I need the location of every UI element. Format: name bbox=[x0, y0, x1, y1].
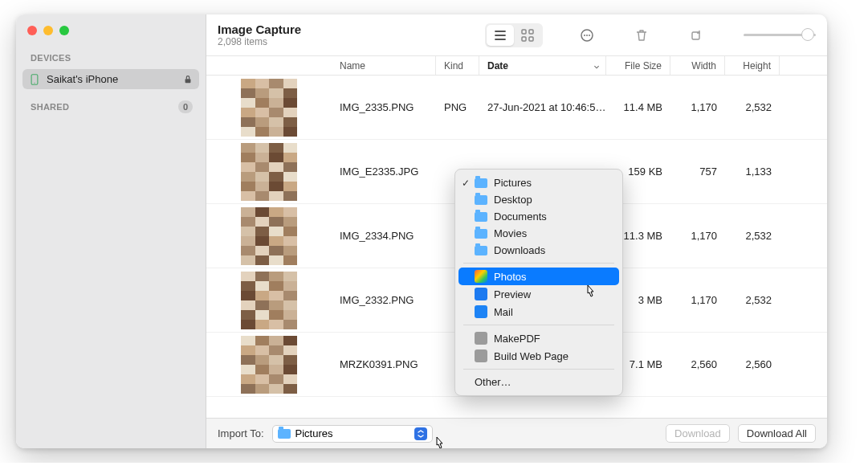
close-icon[interactable] bbox=[27, 26, 37, 35]
cell-height: 2,532 bbox=[725, 294, 780, 306]
svg-point-8 bbox=[584, 35, 585, 36]
shared-section-label: SHARED bbox=[31, 102, 69, 112]
cell-width: 1,170 bbox=[670, 101, 725, 113]
table-row[interactable]: IMG_2335.PNG PNG 27-Jun-2021 at 10:46:5…… bbox=[206, 76, 827, 140]
import-to-label: Import To: bbox=[218, 427, 264, 439]
download-all-button[interactable]: Download All bbox=[738, 424, 816, 443]
svg-rect-5 bbox=[522, 37, 526, 41]
thumbnail bbox=[241, 272, 297, 329]
cell-name: IMG_E2335.JPG bbox=[332, 165, 436, 178]
cell-name: IMG_2335.PNG bbox=[332, 101, 436, 113]
cell-name: IMG_2332.PNG bbox=[332, 294, 436, 306]
cell-date: 27-Jun-2021 at 10:46:5… bbox=[479, 101, 606, 113]
device-name: Saikat's iPhone bbox=[47, 73, 118, 85]
cell-height: 2,532 bbox=[725, 230, 780, 242]
cell-size: 11.4 MB bbox=[606, 101, 670, 113]
svg-rect-2 bbox=[185, 79, 191, 83]
col-size[interactable]: File Size bbox=[606, 56, 670, 75]
col-name[interactable]: Name bbox=[332, 56, 436, 75]
cell-height: 2,560 bbox=[725, 358, 780, 370]
folder-icon bbox=[475, 212, 487, 222]
col-date[interactable]: Date⌵ bbox=[479, 56, 606, 75]
sidebar: DEVICES Saikat's iPhone SHARED 0 bbox=[16, 14, 206, 448]
menu-item-makepdf[interactable]: MakePDF bbox=[455, 329, 622, 347]
svg-point-1 bbox=[34, 82, 35, 83]
rotate-icon bbox=[689, 28, 703, 43]
automator-icon bbox=[475, 332, 487, 345]
select-stepper-icon bbox=[414, 427, 427, 440]
col-height[interactable]: Height bbox=[725, 56, 780, 75]
item-count: 2,098 items bbox=[218, 36, 301, 47]
sidebar-device-item[interactable]: Saikat's iPhone bbox=[22, 69, 199, 89]
menu-item-buildwebpage[interactable]: Build Web Page bbox=[455, 347, 622, 365]
cell-name: IMG_2334.PNG bbox=[332, 230, 436, 242]
view-mode-segment bbox=[485, 23, 543, 47]
menu-item-desktop[interactable]: Desktop bbox=[455, 191, 622, 208]
rotate-button[interactable] bbox=[686, 25, 707, 46]
app-title: Image Capture bbox=[218, 22, 301, 36]
menu-item-other[interactable]: Other… bbox=[455, 374, 622, 390]
folder-icon bbox=[475, 246, 487, 255]
thumbnail bbox=[241, 207, 297, 265]
thumbnail bbox=[241, 143, 297, 201]
list-icon bbox=[493, 28, 507, 43]
menu-item-movies[interactable]: Movies bbox=[455, 225, 622, 242]
list-view-button[interactable] bbox=[487, 25, 514, 46]
svg-rect-6 bbox=[529, 37, 533, 41]
svg-rect-3 bbox=[522, 30, 526, 34]
automator-icon bbox=[475, 349, 487, 362]
app-window: DEVICES Saikat's iPhone SHARED 0 Image C… bbox=[16, 14, 827, 448]
menu-item-mail[interactable]: Mail bbox=[455, 303, 622, 321]
phone-icon bbox=[29, 74, 40, 85]
cell-width: 757 bbox=[670, 165, 725, 178]
download-button[interactable]: Download bbox=[666, 424, 730, 443]
col-width[interactable]: Width bbox=[670, 56, 725, 75]
table-header: Name Kind Date⌵ File Size Width Height bbox=[206, 56, 827, 76]
import-destination-select[interactable]: Pictures bbox=[272, 425, 433, 443]
grid-view-button[interactable] bbox=[514, 25, 541, 46]
minimize-icon[interactable] bbox=[43, 26, 53, 35]
menu-item-downloads[interactable]: Downloads bbox=[455, 242, 622, 259]
menu-item-documents[interactable]: Documents bbox=[455, 208, 622, 225]
slider-thumb[interactable] bbox=[801, 28, 814, 41]
cell-kind: PNG bbox=[436, 101, 479, 113]
zoom-icon[interactable] bbox=[59, 26, 69, 35]
trash-icon bbox=[634, 28, 649, 43]
bottom-bar: Import To: Pictures Download Download Al… bbox=[206, 418, 827, 448]
cell-width: 1,170 bbox=[670, 294, 725, 306]
more-icon bbox=[580, 28, 594, 43]
col-kind[interactable]: Kind bbox=[436, 56, 479, 75]
chevron-down-icon: ⌵ bbox=[594, 61, 599, 70]
cell-name: MRZK0391.PNG bbox=[332, 358, 436, 370]
cell-height: 1,133 bbox=[725, 165, 780, 178]
cell-width: 2,560 bbox=[670, 358, 725, 370]
devices-section-label: DEVICES bbox=[16, 48, 206, 67]
menu-item-photos[interactable]: Photos bbox=[458, 268, 619, 285]
preview-app-icon bbox=[475, 288, 487, 300]
cell-height: 2,532 bbox=[725, 101, 780, 113]
menu-item-pictures[interactable]: Pictures bbox=[455, 174, 622, 191]
toolbar: Image Capture 2,098 items bbox=[206, 14, 827, 56]
grid-icon bbox=[520, 28, 535, 43]
thumbnail bbox=[241, 336, 297, 394]
mail-app-icon bbox=[475, 305, 487, 318]
thumbnail bbox=[241, 79, 297, 137]
lock-icon bbox=[183, 75, 193, 84]
folder-icon bbox=[475, 229, 487, 239]
folder-icon bbox=[278, 429, 291, 439]
svg-point-10 bbox=[589, 35, 590, 36]
folder-icon bbox=[475, 195, 487, 205]
thumbnail-size-slider[interactable] bbox=[744, 34, 816, 36]
destination-popup: Pictures Desktop Documents Movies Downlo… bbox=[454, 169, 623, 396]
delete-button[interactable] bbox=[631, 25, 652, 46]
more-button[interactable] bbox=[577, 25, 597, 46]
shared-count-badge: 0 bbox=[178, 100, 193, 113]
folder-icon bbox=[475, 178, 487, 188]
svg-rect-4 bbox=[529, 30, 533, 34]
destination-value: Pictures bbox=[295, 427, 333, 439]
cell-width: 1,170 bbox=[670, 230, 725, 242]
photos-app-icon bbox=[475, 270, 487, 283]
menu-item-preview[interactable]: Preview bbox=[455, 285, 622, 303]
svg-point-9 bbox=[586, 35, 588, 36]
window-controls bbox=[16, 14, 206, 48]
